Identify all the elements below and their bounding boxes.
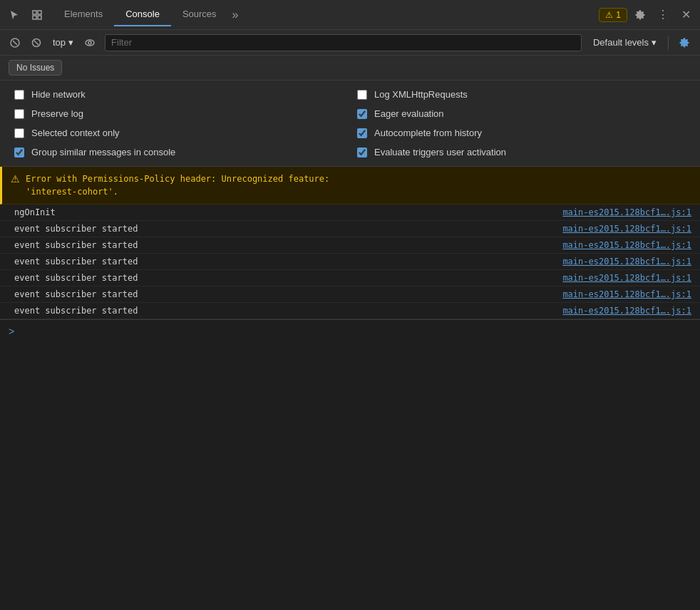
eager-eval-checkbox[interactable]	[357, 109, 367, 119]
no-issues-btn[interactable]: No Issues	[9, 60, 62, 76]
log-text: event subscriber started	[14, 306, 138, 316]
group-similar-label[interactable]: Group similar messages in console	[31, 147, 175, 157]
svg-rect-1	[38, 11, 41, 14]
three-dots-icon: ⋮	[657, 8, 669, 21]
svg-line-7	[34, 41, 38, 45]
console-settings-btn[interactable]	[674, 33, 694, 53]
console-input[interactable]	[19, 326, 691, 337]
checkbox-log-xml: Log XMLHttpRequests	[357, 89, 686, 100]
levels-chevron-icon	[652, 37, 657, 48]
selected-context-label[interactable]: Selected context only	[31, 128, 120, 138]
warning-text: Error with Permissions-Policy header: Un…	[26, 172, 329, 198]
log-link[interactable]: main-es2015.128bcf1….js:1	[562, 306, 691, 316]
preserve-log-label[interactable]: Preserve log	[31, 108, 83, 119]
log-row: event subscriber startedmain-es2015.128b…	[0, 221, 700, 237]
warning-badge[interactable]: ⚠ 1	[599, 8, 627, 22]
clear-console-btn[interactable]	[6, 33, 24, 52]
warning-row: ⚠ Error with Permissions-Policy header: …	[0, 167, 700, 205]
hide-network-label[interactable]: Hide network	[31, 89, 86, 100]
log-row: event subscriber startedmain-es2015.128b…	[0, 237, 700, 254]
tab-elements[interactable]: Elements	[53, 3, 114, 26]
close-icon: ✕	[681, 8, 691, 21]
warning-line2: 'interest-cohort'.	[26, 187, 118, 197]
warning-line1: Error with Permissions-Policy header: Un…	[26, 174, 329, 184]
log-rows-container: ngOnInitmain-es2015.128bcf1….js:1event s…	[0, 205, 700, 319]
tab-bar-right: ⚠ 1 ⋮ ✕	[599, 5, 696, 25]
group-similar-checkbox[interactable]	[14, 148, 24, 157]
warning-icon: ⚠	[11, 173, 20, 185]
tab-console[interactable]: Console	[114, 3, 171, 26]
log-text: event subscriber started	[14, 273, 138, 283]
issues-bar: No Issues	[0, 56, 700, 81]
hide-network-checkbox[interactable]	[14, 90, 24, 100]
inspect-icon-btn[interactable]	[27, 5, 47, 25]
levels-selector[interactable]: Default levels	[587, 36, 662, 49]
autocomplete-label[interactable]: Autocomplete from history	[374, 128, 482, 138]
log-text: event subscriber started	[14, 224, 138, 234]
close-icon-btn[interactable]: ✕	[676, 5, 696, 25]
log-text: ngOnInit	[14, 207, 56, 217]
eager-eval-label[interactable]: Eager evaluation	[374, 108, 444, 119]
log-row: ngOnInitmain-es2015.128bcf1….js:1	[0, 205, 700, 221]
eval-triggers-checkbox[interactable]	[357, 148, 367, 157]
cursor-icon-btn[interactable]	[4, 5, 24, 25]
svg-point-9	[88, 41, 91, 44]
more-options-icon-btn[interactable]: ⋮	[653, 5, 673, 25]
warning-triangle-icon: ⚠	[605, 10, 613, 20]
eval-triggers-label[interactable]: Evaluate triggers user activation	[374, 147, 506, 157]
svg-rect-2	[33, 16, 36, 19]
log-xml-checkbox[interactable]	[357, 90, 367, 100]
svg-line-5	[13, 41, 17, 45]
autocomplete-checkbox[interactable]	[357, 128, 367, 138]
log-link[interactable]: main-es2015.128bcf1….js:1	[562, 273, 691, 283]
checkbox-eager-eval: Eager evaluation	[357, 108, 686, 119]
settings-area: Hide network Log XMLHttpRequests Preserv…	[0, 81, 700, 167]
selected-context-checkbox[interactable]	[14, 128, 24, 138]
context-selector[interactable]: top	[48, 36, 78, 49]
log-row: event subscriber startedmain-es2015.128b…	[0, 254, 700, 270]
toolbar: top Default levels	[0, 30, 700, 56]
log-link[interactable]: main-es2015.128bcf1….js:1	[562, 240, 691, 250]
tab-more[interactable]: »	[228, 3, 243, 27]
preserve-log-checkbox[interactable]	[14, 109, 24, 119]
input-prompt-icon: >	[9, 326, 14, 337]
log-link[interactable]: main-es2015.128bcf1….js:1	[562, 224, 691, 234]
log-link[interactable]: main-es2015.128bcf1….js:1	[562, 289, 691, 299]
stop-btn[interactable]	[27, 33, 46, 52]
checkbox-selected-context: Selected context only	[14, 128, 343, 138]
log-row: event subscriber startedmain-es2015.128b…	[0, 303, 700, 319]
log-text: event subscriber started	[14, 289, 138, 299]
log-row: event subscriber startedmain-es2015.128b…	[0, 286, 700, 303]
console-content: ⚠ Error with Permissions-Policy header: …	[0, 167, 700, 610]
log-link[interactable]: main-es2015.128bcf1….js:1	[562, 257, 691, 267]
svg-rect-3	[38, 16, 41, 19]
filter-input[interactable]	[105, 34, 582, 51]
checkbox-preserve-log: Preserve log	[14, 108, 343, 119]
tab-sources[interactable]: Sources	[171, 3, 228, 26]
log-text: event subscriber started	[14, 257, 138, 267]
tab-bar: Elements Console Sources » ⚠ 1 ⋮ ✕	[0, 0, 700, 30]
log-text: event subscriber started	[14, 240, 138, 250]
log-link[interactable]: main-es2015.128bcf1….js:1	[562, 207, 691, 217]
toolbar-divider	[668, 36, 669, 50]
levels-label: Default levels	[593, 37, 649, 48]
warning-count: 1	[616, 10, 621, 20]
checkbox-hide-network: Hide network	[14, 89, 343, 100]
settings-icon-btn[interactable]	[630, 5, 650, 25]
checkbox-group-similar: Group similar messages in console	[14, 147, 343, 157]
context-label: top	[53, 37, 66, 48]
log-xml-label[interactable]: Log XMLHttpRequests	[374, 89, 468, 100]
svg-rect-0	[33, 11, 36, 14]
chevron-down-icon	[68, 37, 73, 48]
svg-point-8	[86, 40, 94, 46]
eye-btn[interactable]	[81, 33, 99, 52]
checkbox-autocomplete: Autocomplete from history	[357, 128, 686, 138]
log-row: event subscriber startedmain-es2015.128b…	[0, 270, 700, 286]
checkbox-eval-triggers: Evaluate triggers user activation	[357, 147, 686, 157]
tab-icons	[4, 5, 47, 25]
input-row: >	[0, 319, 700, 343]
